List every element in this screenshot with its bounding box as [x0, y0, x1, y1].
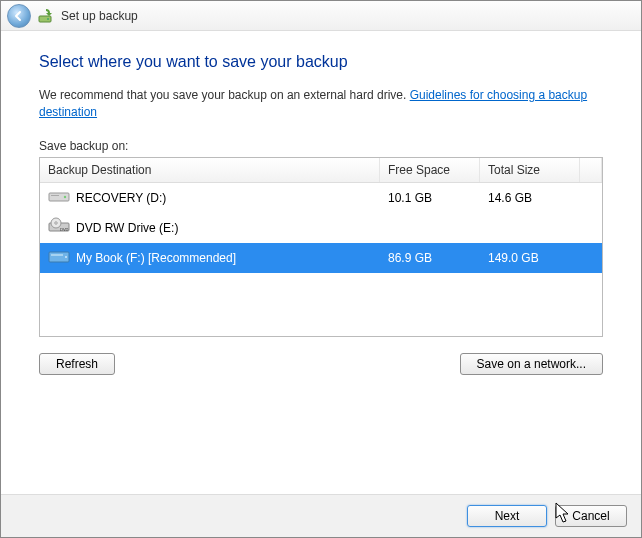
- drive-name: RECOVERY (D:): [76, 191, 166, 205]
- backup-icon: [37, 7, 55, 25]
- table-row[interactable]: My Book (F:) [Recommended]86.9 GB149.0 G…: [40, 243, 602, 273]
- table-body: RECOVERY (D:)10.1 GB14.6 GBDVDDVD RW Dri…: [40, 183, 602, 273]
- save-on-label: Save backup on:: [39, 139, 603, 153]
- titlebar: Set up backup: [1, 1, 641, 31]
- svg-point-11: [65, 256, 67, 258]
- cell-free-space: [380, 224, 480, 232]
- page-heading: Select where you want to save your backu…: [39, 53, 603, 71]
- recommend-prefix: We recommend that you save your backup o…: [39, 88, 410, 102]
- cell-free-space: 10.1 GB: [380, 187, 480, 209]
- col-header-free-space[interactable]: Free Space: [380, 158, 480, 182]
- save-on-network-button[interactable]: Save on a network...: [460, 353, 603, 375]
- refresh-button[interactable]: Refresh: [39, 353, 115, 375]
- content-area: Select where you want to save your backu…: [1, 31, 641, 494]
- svg-point-7: [55, 222, 57, 224]
- table-row[interactable]: RECOVERY (D:)10.1 GB14.6 GB: [40, 183, 602, 213]
- svg-text:DVD: DVD: [60, 227, 69, 232]
- recommendation-text: We recommend that you save your backup o…: [39, 87, 603, 121]
- drive-name: DVD RW Drive (E:): [76, 221, 178, 235]
- cell-destination: My Book (F:) [Recommended]: [40, 243, 380, 272]
- table-row[interactable]: DVDDVD RW Drive (E:): [40, 213, 602, 243]
- destination-table: Backup Destination Free Space Total Size…: [39, 157, 603, 337]
- ext-drive-icon: [48, 247, 70, 268]
- cell-free-space: 86.9 GB: [380, 247, 480, 269]
- drive-name: My Book (F:) [Recommended]: [76, 251, 236, 265]
- svg-rect-10: [51, 254, 63, 256]
- next-button[interactable]: Next: [467, 505, 547, 527]
- dvd-drive-icon: DVD: [48, 217, 70, 238]
- back-arrow-icon: [13, 10, 25, 22]
- svg-rect-4: [51, 195, 59, 196]
- cell-destination: DVDDVD RW Drive (E:): [40, 213, 380, 242]
- cell-total-size: 14.6 GB: [480, 187, 580, 209]
- cell-total-size: 149.0 GB: [480, 247, 580, 269]
- hdd-drive-icon: [48, 187, 70, 208]
- col-header-spacer: [580, 158, 602, 182]
- svg-point-1: [47, 18, 49, 20]
- col-header-total-size[interactable]: Total Size: [480, 158, 580, 182]
- action-row: Refresh Save on a network...: [39, 353, 603, 375]
- footer: Next Cancel: [1, 494, 641, 537]
- backup-wizard-window: Set up backup Select where you want to s…: [0, 0, 642, 538]
- back-button[interactable]: [7, 4, 31, 28]
- cell-destination: RECOVERY (D:): [40, 183, 380, 212]
- col-header-destination[interactable]: Backup Destination: [40, 158, 380, 182]
- cell-total-size: [480, 224, 580, 232]
- window-title: Set up backup: [61, 9, 138, 23]
- svg-rect-0: [39, 16, 51, 22]
- cancel-button[interactable]: Cancel: [555, 505, 627, 527]
- svg-point-3: [64, 196, 66, 198]
- table-header: Backup Destination Free Space Total Size: [40, 158, 602, 183]
